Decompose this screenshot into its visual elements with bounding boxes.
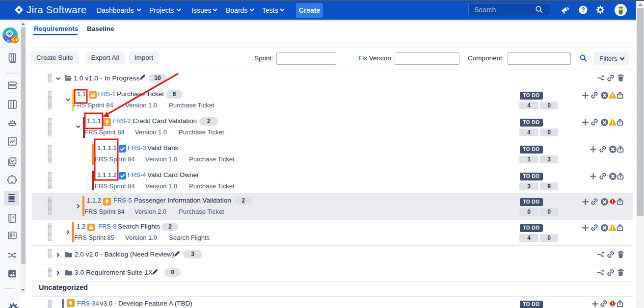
svg-text:?: ? [581,6,585,13]
